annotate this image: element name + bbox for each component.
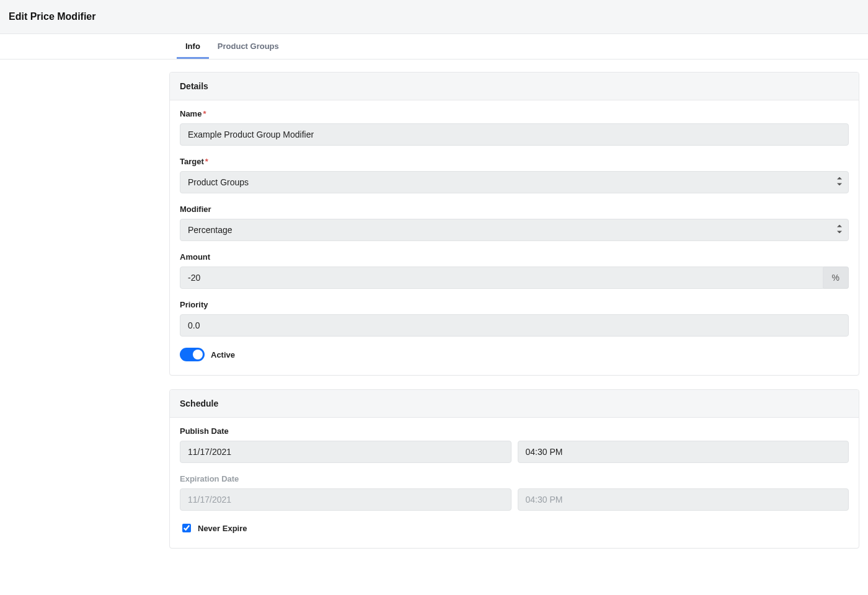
active-toggle[interactable] bbox=[180, 348, 205, 361]
schedule-card-body: Publish Date Expiration Date Never Expir… bbox=[170, 418, 859, 548]
target-group: Target* Product Groups bbox=[180, 157, 849, 193]
amount-input-group: % bbox=[180, 267, 849, 289]
priority-group: Priority bbox=[180, 300, 849, 337]
name-label: Name* bbox=[180, 109, 849, 118]
never-expire-label: Never Expire bbox=[198, 524, 247, 533]
tab-info[interactable]: Info bbox=[177, 34, 209, 59]
amount-label: Amount bbox=[180, 252, 849, 262]
modifier-select[interactable]: Percentage bbox=[180, 219, 849, 241]
publish-row bbox=[180, 441, 849, 463]
active-toggle-row: Active bbox=[180, 348, 849, 361]
page-title: Edit Price Modifier bbox=[9, 11, 859, 22]
publish-label: Publish Date bbox=[180, 426, 849, 436]
tab-product-groups[interactable]: Product Groups bbox=[209, 34, 288, 59]
content-area: Details Name* Target* Product Groups bbox=[169, 60, 859, 587]
details-card-body: Name* Target* Product Groups Modifier bbox=[170, 100, 859, 375]
tabs-bar: Info Product Groups bbox=[0, 34, 868, 60]
required-asterisk: * bbox=[205, 157, 208, 166]
schedule-card: Schedule Publish Date Expiration Date Ne… bbox=[169, 389, 859, 549]
publish-date-input[interactable] bbox=[180, 441, 512, 463]
toggle-knob bbox=[193, 350, 203, 359]
target-select-wrap: Product Groups bbox=[180, 171, 849, 193]
target-select[interactable]: Product Groups bbox=[180, 171, 849, 193]
modifier-select-wrap: Percentage bbox=[180, 219, 849, 241]
expire-date-input bbox=[180, 488, 512, 511]
never-expire-row: Never Expire bbox=[180, 522, 849, 534]
priority-label: Priority bbox=[180, 300, 849, 309]
modifier-group: Modifier Percentage bbox=[180, 205, 849, 241]
expire-time-input bbox=[518, 488, 849, 511]
details-card-header: Details bbox=[170, 73, 859, 100]
name-label-text: Name bbox=[180, 109, 202, 118]
name-group: Name* bbox=[180, 109, 849, 146]
publish-group: Publish Date bbox=[180, 426, 849, 463]
amount-suffix: % bbox=[823, 267, 849, 289]
expire-label: Expiration Date bbox=[180, 474, 849, 483]
target-label-text: Target bbox=[180, 157, 204, 166]
page-header: Edit Price Modifier bbox=[0, 0, 868, 34]
name-input[interactable] bbox=[180, 123, 849, 146]
expire-group: Expiration Date bbox=[180, 474, 849, 511]
amount-input[interactable] bbox=[180, 267, 823, 289]
active-toggle-label: Active bbox=[211, 350, 235, 359]
modifier-label: Modifier bbox=[180, 205, 849, 214]
details-card: Details Name* Target* Product Groups bbox=[169, 72, 859, 376]
expire-row bbox=[180, 488, 849, 511]
schedule-card-header: Schedule bbox=[170, 390, 859, 418]
amount-group: Amount % bbox=[180, 252, 849, 289]
never-expire-checkbox[interactable] bbox=[182, 524, 191, 532]
required-asterisk: * bbox=[203, 109, 206, 118]
publish-time-input[interactable] bbox=[518, 441, 849, 463]
priority-input[interactable] bbox=[180, 314, 849, 337]
target-label: Target* bbox=[180, 157, 849, 166]
